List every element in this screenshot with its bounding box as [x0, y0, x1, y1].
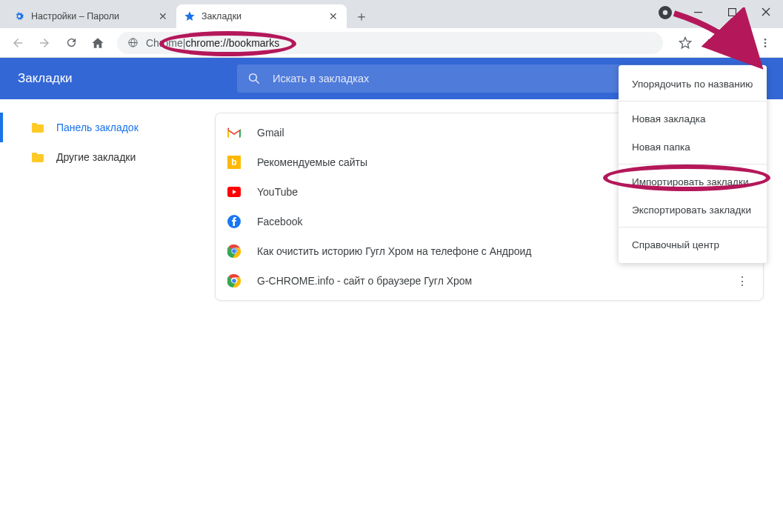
chrome-icon [227, 274, 241, 287]
page-title: Закладки [18, 71, 73, 86]
close-window-button[interactable] [749, 0, 783, 24]
folder-icon [31, 152, 44, 162]
svg-point-8 [250, 74, 257, 82]
menu-item-new-bookmark[interactable]: Новая закладка [619, 104, 767, 133]
menu-item-new-folder[interactable]: Новая папка [619, 133, 767, 161]
sidebar-item-other-bookmarks[interactable]: Другие закладки [0, 142, 215, 172]
bookmarks-sidebar: Панель закладок Другие закладки [0, 99, 215, 532]
url-text: chrome://bookmarks [185, 37, 279, 49]
search-icon [247, 72, 261, 85]
svg-point-1 [663, 10, 667, 15]
close-icon[interactable]: ✕ [157, 10, 169, 22]
maximize-button[interactable] [715, 0, 749, 24]
url-prefix: Chrome [146, 37, 183, 49]
extensions-button[interactable] [702, 31, 725, 55]
reload-button[interactable] [59, 31, 83, 55]
star-icon [184, 10, 196, 22]
close-icon[interactable]: ✕ [327, 10, 339, 22]
menu-item-label: Новая закладка [632, 113, 706, 124]
menu-item-sort-by-name[interactable]: Упорядочить по названию [619, 70, 767, 98]
forward-button[interactable] [33, 31, 56, 55]
menu-separator [619, 227, 767, 227]
bookmark-star-button[interactable] [673, 31, 697, 55]
site-info-icon[interactable] [127, 37, 139, 48]
menu-item-import-bookmarks[interactable]: Импортировать закладки [619, 167, 767, 196]
facebook-icon [227, 215, 241, 228]
svg-point-5 [764, 39, 767, 41]
browser-titlebar: Настройки – Пароли ✕ Закладки ✕ ＋ [0, 0, 783, 28]
chrome-icon [227, 245, 241, 258]
tab-title: Закладки [201, 11, 327, 21]
profile-indicator-icon[interactable] [659, 6, 672, 19]
tab-bookmarks[interactable]: Закладки ✕ [176, 4, 347, 28]
bookmark-title: G-CHROME.info - сайт о браузере Гугл Хро… [257, 275, 733, 287]
sidebar-item-label: Панель закладок [56, 122, 139, 133]
bing-icon: b [227, 156, 241, 169]
profile-avatar[interactable]: V [730, 33, 749, 53]
menu-item-label: Экспортировать закладки [632, 205, 751, 216]
svg-point-7 [764, 45, 767, 47]
gmail-icon [227, 126, 241, 139]
svg-point-6 [764, 41, 767, 44]
svg-rect-3 [728, 8, 736, 16]
sidebar-item-bookmarks-bar[interactable]: Панель закладок [0, 113, 215, 142]
menu-item-label: Новая папка [632, 142, 690, 153]
tab-title: Настройки – Пароли [31, 11, 157, 21]
menu-item-label: Импортировать закладки [632, 176, 748, 187]
address-bar[interactable]: Chrome | chrome://bookmarks [117, 32, 663, 54]
tab-settings-passwords[interactable]: Настройки – Пароли ✕ [6, 4, 176, 28]
chrome-menu-button[interactable] [753, 31, 777, 55]
browser-toolbar: Chrome | chrome://bookmarks V [0, 28, 783, 58]
svg-point-17 [232, 249, 236, 253]
menu-item-label: Упорядочить по названию [632, 79, 753, 90]
sidebar-item-label: Другие закладки [56, 151, 136, 163]
menu-item-help-center[interactable]: Справочный центр [619, 230, 767, 259]
folder-icon [31, 122, 44, 133]
avatar-letter: V [736, 37, 743, 48]
menu-separator [619, 101, 767, 102]
new-tab-button[interactable]: ＋ [351, 6, 372, 27]
more-icon[interactable]: ⋮ [733, 274, 751, 288]
bookmarks-context-menu: Упорядочить по названию Новая закладка Н… [619, 65, 767, 263]
bookmark-item[interactable]: G-CHROME.info - сайт о браузере Гугл Хро… [216, 266, 763, 296]
svg-line-9 [256, 80, 259, 84]
svg-point-20 [232, 279, 236, 283]
back-button[interactable] [6, 31, 30, 55]
menu-separator [619, 164, 767, 164]
window-controls [681, 0, 783, 24]
minimize-button[interactable] [681, 0, 715, 24]
gear-icon [13, 10, 25, 22]
home-button[interactable] [86, 31, 110, 55]
svg-rect-2 [694, 12, 702, 13]
youtube-icon [227, 185, 241, 199]
menu-item-export-bookmarks[interactable]: Экспортировать закладки [619, 196, 767, 224]
menu-item-label: Справочный центр [632, 239, 719, 250]
